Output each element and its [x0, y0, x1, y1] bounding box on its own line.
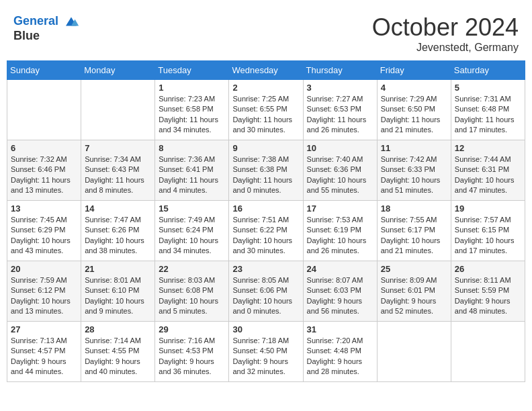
- calendar-day-cell: 9Sunrise: 7:38 AMSunset: 6:38 PMDaylight…: [229, 140, 303, 201]
- calendar-day-cell: 1Sunrise: 7:23 AMSunset: 6:58 PMDaylight…: [155, 80, 229, 140]
- calendar-day-cell: 12Sunrise: 7:44 AMSunset: 6:31 PMDayligh…: [451, 140, 525, 201]
- day-info: Sunrise: 7:14 AMSunset: 4:55 PMDaylight:…: [85, 336, 151, 377]
- day-number: 29: [159, 324, 225, 334]
- logo: General Blue: [13, 13, 79, 43]
- day-info: Sunrise: 7:45 AMSunset: 6:29 PMDaylight:…: [11, 215, 77, 257]
- day-number: 17: [307, 203, 373, 214]
- calendar-day-cell: [7, 80, 81, 140]
- day-info: Sunrise: 7:44 AMSunset: 6:31 PMDaylight:…: [455, 154, 521, 196]
- calendar-day-cell: [81, 80, 155, 140]
- day-number: 26: [455, 264, 521, 274]
- weekday-header-cell: Thursday: [303, 61, 377, 80]
- calendar-day-cell: 30Sunrise: 7:18 AMSunset: 4:50 PMDayligh…: [229, 322, 303, 382]
- day-info: Sunrise: 7:55 AMSunset: 6:17 PMDaylight:…: [381, 215, 447, 257]
- calendar-day-cell: 3Sunrise: 7:27 AMSunset: 6:53 PMDaylight…: [303, 80, 377, 140]
- day-number: 23: [232, 264, 299, 274]
- calendar-week-row: 6Sunrise: 7:32 AMSunset: 6:46 PMDaylight…: [7, 140, 525, 201]
- calendar-day-cell: 7Sunrise: 7:34 AMSunset: 6:43 PMDaylight…: [81, 140, 155, 201]
- day-info: Sunrise: 8:09 AMSunset: 6:01 PMDaylight:…: [381, 275, 447, 317]
- day-info: Sunrise: 7:32 AMSunset: 6:46 PMDaylight:…: [11, 154, 77, 196]
- calendar-week-row: 27Sunrise: 7:13 AMSunset: 4:57 PMDayligh…: [7, 322, 525, 382]
- day-info: Sunrise: 7:16 AMSunset: 4:53 PMDaylight:…: [159, 336, 225, 377]
- day-number: 28: [85, 324, 151, 334]
- calendar-day-cell: 5Sunrise: 7:31 AMSunset: 6:48 PMDaylight…: [451, 80, 525, 140]
- day-number: 19: [455, 203, 521, 214]
- weekday-header-row: SundayMondayTuesdayWednesdayThursdayFrid…: [7, 61, 525, 80]
- day-info: Sunrise: 7:49 AMSunset: 6:24 PMDaylight:…: [159, 215, 225, 257]
- calendar-day-cell: 2Sunrise: 7:25 AMSunset: 6:55 PMDaylight…: [229, 80, 303, 140]
- day-number: 20: [11, 264, 77, 274]
- day-info: Sunrise: 7:42 AMSunset: 6:33 PMDaylight:…: [381, 154, 447, 196]
- day-number: 27: [11, 324, 77, 334]
- title-block: October 2024 Jevenstedt, Germany: [372, 13, 519, 54]
- calendar-day-cell: 15Sunrise: 7:49 AMSunset: 6:24 PMDayligh…: [155, 201, 229, 261]
- day-info: Sunrise: 7:23 AMSunset: 6:58 PMDaylight:…: [159, 94, 225, 136]
- calendar-day-cell: 19Sunrise: 7:57 AMSunset: 6:15 PMDayligh…: [451, 201, 525, 261]
- calendar-day-cell: 13Sunrise: 7:45 AMSunset: 6:29 PMDayligh…: [7, 201, 81, 261]
- day-number: 22: [159, 264, 225, 274]
- day-number: 31: [307, 324, 373, 334]
- day-number: 1: [159, 83, 225, 93]
- day-number: 6: [11, 143, 77, 153]
- day-info: Sunrise: 7:59 AMSunset: 6:12 PMDaylight:…: [11, 275, 77, 317]
- calendar-day-cell: 16Sunrise: 7:51 AMSunset: 6:22 PMDayligh…: [229, 201, 303, 261]
- weekday-header-cell: Saturday: [451, 61, 525, 80]
- calendar-day-cell: [451, 322, 525, 382]
- day-info: Sunrise: 7:57 AMSunset: 6:15 PMDaylight:…: [455, 215, 521, 257]
- calendar-day-cell: [377, 322, 451, 382]
- calendar-day-cell: 29Sunrise: 7:16 AMSunset: 4:53 PMDayligh…: [155, 322, 229, 382]
- day-number: 3: [307, 83, 373, 93]
- day-info: Sunrise: 7:47 AMSunset: 6:26 PMDaylight:…: [85, 215, 151, 257]
- header: General Blue October 2024 Jevenstedt, Ge…: [7, 7, 525, 57]
- day-info: Sunrise: 7:27 AMSunset: 6:53 PMDaylight:…: [307, 94, 373, 136]
- weekday-header-cell: Wednesday: [229, 61, 303, 80]
- day-info: Sunrise: 7:53 AMSunset: 6:19 PMDaylight:…: [307, 215, 373, 257]
- calendar-day-cell: 25Sunrise: 8:09 AMSunset: 6:01 PMDayligh…: [377, 261, 451, 322]
- day-info: Sunrise: 7:40 AMSunset: 6:36 PMDaylight:…: [307, 154, 373, 196]
- calendar-day-cell: 8Sunrise: 7:36 AMSunset: 6:41 PMDaylight…: [155, 140, 229, 201]
- day-number: 9: [232, 143, 299, 153]
- month-title: October 2024: [372, 13, 519, 42]
- day-info: Sunrise: 7:29 AMSunset: 6:50 PMDaylight:…: [381, 94, 447, 136]
- day-number: 16: [232, 203, 299, 214]
- day-info: Sunrise: 7:36 AMSunset: 6:41 PMDaylight:…: [159, 154, 225, 196]
- calendar-week-row: 13Sunrise: 7:45 AMSunset: 6:29 PMDayligh…: [7, 201, 525, 261]
- day-info: Sunrise: 8:07 AMSunset: 6:03 PMDaylight:…: [307, 275, 373, 317]
- day-number: 15: [159, 203, 225, 214]
- day-info: Sunrise: 7:38 AMSunset: 6:38 PMDaylight:…: [232, 154, 299, 196]
- calendar-day-cell: 18Sunrise: 7:55 AMSunset: 6:17 PMDayligh…: [377, 201, 451, 261]
- day-info: Sunrise: 7:51 AMSunset: 6:22 PMDaylight:…: [232, 215, 299, 257]
- calendar-day-cell: 27Sunrise: 7:13 AMSunset: 4:57 PMDayligh…: [7, 322, 81, 382]
- day-number: 10: [307, 143, 373, 153]
- weekday-header-cell: Sunday: [7, 61, 81, 80]
- calendar-week-row: 1Sunrise: 7:23 AMSunset: 6:58 PMDaylight…: [7, 80, 525, 140]
- day-info: Sunrise: 8:01 AMSunset: 6:10 PMDaylight:…: [85, 275, 151, 317]
- weekday-header-cell: Friday: [377, 61, 451, 80]
- calendar: SundayMondayTuesdayWednesdayThursdayFrid…: [7, 60, 525, 382]
- calendar-week-row: 20Sunrise: 7:59 AMSunset: 6:12 PMDayligh…: [7, 261, 525, 322]
- day-number: 14: [85, 203, 151, 214]
- day-number: 13: [11, 203, 77, 214]
- calendar-day-cell: 14Sunrise: 7:47 AMSunset: 6:26 PMDayligh…: [81, 201, 155, 261]
- day-info: Sunrise: 8:03 AMSunset: 6:08 PMDaylight:…: [159, 275, 225, 317]
- day-number: 4: [381, 83, 447, 93]
- day-number: 25: [381, 264, 447, 274]
- calendar-day-cell: 21Sunrise: 8:01 AMSunset: 6:10 PMDayligh…: [81, 261, 155, 322]
- calendar-day-cell: 22Sunrise: 8:03 AMSunset: 6:08 PMDayligh…: [155, 261, 229, 322]
- day-number: 12: [455, 143, 521, 153]
- calendar-day-cell: 20Sunrise: 7:59 AMSunset: 6:12 PMDayligh…: [7, 261, 81, 322]
- logo-text: General Blue: [13, 13, 79, 43]
- calendar-day-cell: 17Sunrise: 7:53 AMSunset: 6:19 PMDayligh…: [303, 201, 377, 261]
- day-number: 5: [455, 83, 521, 93]
- calendar-day-cell: 11Sunrise: 7:42 AMSunset: 6:33 PMDayligh…: [377, 140, 451, 201]
- weekday-header-cell: Tuesday: [155, 61, 229, 80]
- calendar-day-cell: 26Sunrise: 8:11 AMSunset: 5:59 PMDayligh…: [451, 261, 525, 322]
- calendar-day-cell: 10Sunrise: 7:40 AMSunset: 6:36 PMDayligh…: [303, 140, 377, 201]
- day-info: Sunrise: 7:31 AMSunset: 6:48 PMDaylight:…: [455, 94, 521, 136]
- calendar-day-cell: 23Sunrise: 8:05 AMSunset: 6:06 PMDayligh…: [229, 261, 303, 322]
- calendar-body: 1Sunrise: 7:23 AMSunset: 6:58 PMDaylight…: [7, 80, 525, 382]
- weekday-header-cell: Monday: [81, 61, 155, 80]
- day-info: Sunrise: 7:13 AMSunset: 4:57 PMDaylight:…: [11, 336, 77, 377]
- day-info: Sunrise: 8:05 AMSunset: 6:06 PMDaylight:…: [232, 275, 299, 317]
- day-info: Sunrise: 8:11 AMSunset: 5:59 PMDaylight:…: [455, 275, 521, 317]
